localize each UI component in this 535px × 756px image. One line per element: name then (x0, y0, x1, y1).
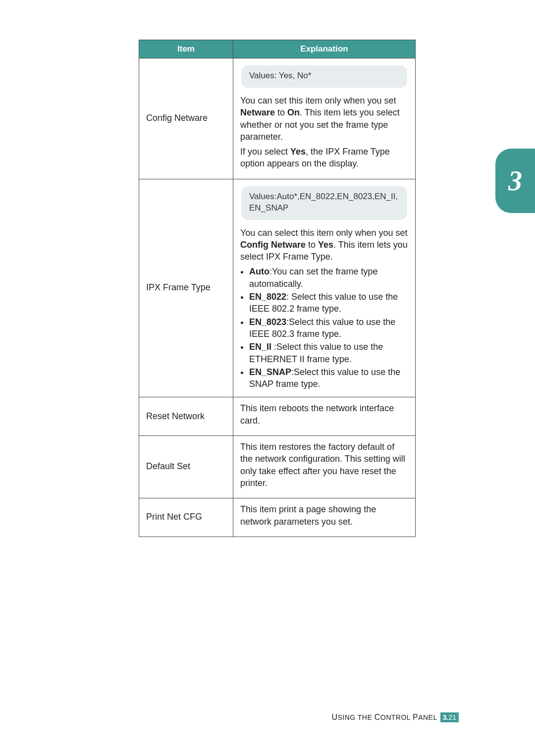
text-fragment: to (306, 240, 318, 250)
explanation-cell: This item reboots the network interface … (233, 397, 416, 436)
item-name-config-netware: Config Netware (139, 58, 233, 179)
page-major: 3. (443, 713, 449, 721)
bold-text: Netware (240, 108, 275, 117)
text-fragment: to (275, 108, 287, 117)
explanation-cell: This item print a page showing the netwo… (233, 498, 416, 537)
bold-text: Config Netware (240, 240, 306, 250)
bold-text: EN_II (249, 342, 271, 352)
page-number-box: 3.21 (440, 712, 459, 722)
values-pill: Values: Yes, No* (241, 65, 407, 88)
explanation-cell: This item restores the factory default o… (233, 436, 416, 498)
header-item: Item (139, 40, 233, 58)
values-pill: Values:Auto*,EN_8022,EN_8023,EN_II, EN_S… (241, 186, 407, 220)
text-fragment: U (331, 713, 337, 721)
item-name-default-set: Default Set (139, 436, 233, 498)
document-page: 3 Item Explanation Config Netware Values… (0, 0, 535, 756)
bold-text: EN_8023 (249, 317, 286, 327)
text-fragment: P (413, 713, 418, 721)
settings-table: Item Explanation Config Netware Values: … (139, 40, 416, 537)
options-list: Auto:You can set the frame type automati… (240, 266, 408, 390)
bold-text: Yes (318, 240, 333, 250)
item-name-print-net-cfg: Print Net CFG (139, 498, 233, 537)
list-item: EN_8022: Select this value to use the IE… (249, 291, 408, 315)
explanation-cell: Values: Yes, No* You can set this item o… (233, 58, 416, 179)
text-fragment: ONTROL (380, 713, 413, 721)
list-item: Auto:You can set the frame type automati… (249, 266, 408, 290)
bold-text: Auto (249, 267, 269, 276)
explanation-text: If you select Yes, the IPX Frame Type op… (240, 146, 408, 170)
text-fragment: You can select this item only when you s… (240, 228, 408, 238)
explanation-text: You can select this item only when you s… (240, 227, 408, 263)
explanation-text: This item print a page showing the netwo… (240, 503, 408, 528)
bold-text: EN_8022 (249, 292, 286, 302)
page-footer: USING THE CONTROL PANEL 3.21 (331, 712, 459, 722)
text-fragment: SING THE (337, 713, 374, 721)
item-name-ipx-frame-type: IPX Frame Type (139, 179, 233, 397)
bold-text: On (287, 108, 300, 117)
chapter-side-tab: 3 (495, 149, 535, 213)
text-fragment: If you select (240, 147, 290, 157)
table-row: IPX Frame Type Values:Auto*,EN_8022,EN_8… (139, 179, 416, 397)
footer-section-title: USING THE CONTROL PANEL (331, 713, 437, 722)
text-fragment: ANEL (418, 713, 437, 721)
table-row: Reset Network This item reboots the netw… (139, 397, 416, 436)
table-header-row: Item Explanation (139, 40, 416, 58)
item-name-reset-network: Reset Network (139, 397, 233, 436)
explanation-text: This item reboots the network interface … (240, 402, 408, 427)
explanation-text: This item restores the factory default o… (240, 441, 408, 489)
header-explanation: Explanation (233, 40, 416, 58)
table-row: Print Net CFG This item print a page sho… (139, 498, 416, 537)
bold-text: Yes (290, 147, 306, 157)
list-item: EN_8023:Select this value to use the IEE… (249, 316, 408, 340)
explanation-text: You can set this item only when you set … (240, 95, 408, 143)
list-item: EN_II :Select this value to use the ETHE… (249, 341, 408, 365)
bold-text: EN_SNAP (249, 367, 291, 377)
text-fragment: You can set this item only when you set (240, 96, 396, 106)
list-item: EN_SNAP:Select this value to use the SNA… (249, 366, 408, 390)
page-minor: 21 (448, 713, 456, 721)
chapter-number: 3 (508, 165, 522, 197)
text-fragment: C (374, 713, 380, 721)
explanation-cell: Values:Auto*,EN_8022,EN_8023,EN_II, EN_S… (233, 179, 416, 397)
table-row: Config Netware Values: Yes, No* You can … (139, 58, 416, 179)
table-row: Default Set This item restores the facto… (139, 436, 416, 498)
